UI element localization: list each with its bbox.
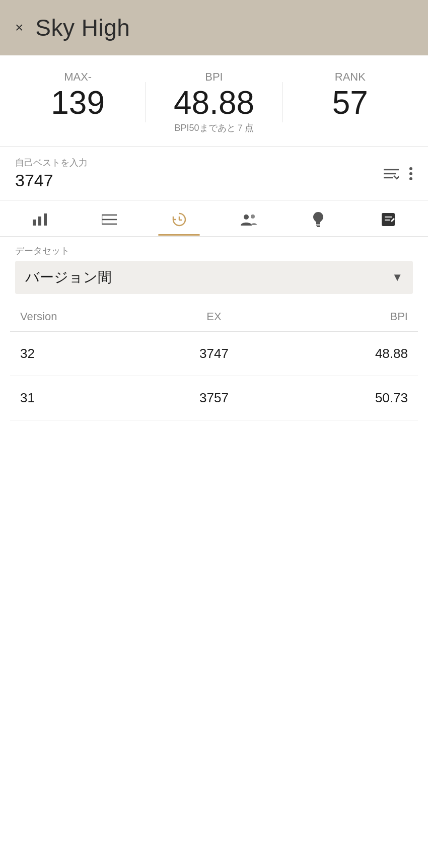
table-row: 31 3757 50.73 xyxy=(10,376,418,420)
svg-rect-6 xyxy=(33,220,36,226)
users-icon xyxy=(240,212,258,227)
dataset-selected-value: バージョン間 xyxy=(25,268,112,287)
chart-icon xyxy=(32,212,48,227)
table-header-row: Version EX BPI xyxy=(10,302,418,332)
tabs-bar xyxy=(0,201,428,237)
header-version: Version xyxy=(20,310,150,323)
dataset-label: データセット xyxy=(15,245,413,257)
svg-rect-8 xyxy=(44,213,47,226)
cell-bpi-1: 50.73 xyxy=(278,390,408,406)
svg-point-4 xyxy=(409,172,412,175)
header-ex: EX xyxy=(150,310,279,323)
header-bpi: BPI xyxy=(278,310,408,323)
page-title: Sky High xyxy=(35,14,130,41)
stats-bar: MAX- 139 BPI 48.88 BPI50まであと７点 RANK 57 xyxy=(0,55,428,147)
app-header: × Sky High xyxy=(0,0,428,55)
input-value[interactable]: 3747 xyxy=(15,171,88,190)
tab-history[interactable] xyxy=(145,201,214,236)
cell-ex-0: 3747 xyxy=(150,346,279,361)
input-left: 自己ベストを入力 3747 xyxy=(15,157,88,190)
svg-rect-7 xyxy=(38,216,41,226)
self-best-area: 自己ベストを入力 3747 xyxy=(0,147,428,201)
rank-value: 57 xyxy=(332,87,368,119)
bulb-icon xyxy=(312,211,324,228)
stat-max: MAX- 139 xyxy=(10,70,146,119)
tab-list[interactable] xyxy=(75,203,144,234)
list-icon xyxy=(102,213,117,226)
tab-tips[interactable] xyxy=(283,201,353,236)
more-options-button[interactable] xyxy=(409,167,413,181)
svg-point-3 xyxy=(409,167,412,170)
sort-filter-button[interactable] xyxy=(384,168,399,180)
tab-chart[interactable] xyxy=(5,202,75,235)
svg-point-5 xyxy=(409,177,412,180)
close-button[interactable]: × xyxy=(15,20,23,36)
table-row: 32 3747 48.88 xyxy=(10,332,418,376)
dataset-select-dropdown[interactable]: バージョン間 ▼ xyxy=(15,261,413,294)
cell-bpi-0: 48.88 xyxy=(278,346,408,361)
max-label: MAX- xyxy=(64,70,92,84)
bpi-value: 48.88 xyxy=(174,87,254,119)
cell-version-0: 32 xyxy=(20,346,150,361)
version-table: Version EX BPI 32 3747 48.88 31 3757 50.… xyxy=(0,302,428,420)
cell-ex-1: 3757 xyxy=(150,390,279,406)
tab-edit[interactable] xyxy=(353,202,423,235)
input-label: 自己ベストを入力 xyxy=(15,157,88,169)
rank-label: RANK xyxy=(335,70,366,84)
stat-rank: RANK 57 xyxy=(282,70,418,119)
history-icon xyxy=(171,211,187,228)
tab-users[interactable] xyxy=(214,202,283,235)
cell-version-1: 31 xyxy=(20,390,150,406)
bpi-sub: BPI50まであと７点 xyxy=(174,122,253,134)
dataset-section: データセット バージョン間 ▼ xyxy=(0,237,428,294)
svg-point-16 xyxy=(251,214,255,219)
edit-icon xyxy=(381,212,396,227)
stat-bpi: BPI 48.88 BPI50まであと７点 xyxy=(146,70,281,134)
svg-point-15 xyxy=(244,214,249,220)
bpi-label: BPI xyxy=(205,70,223,84)
dropdown-arrow-icon: ▼ xyxy=(392,271,403,284)
max-value: 139 xyxy=(51,87,105,119)
input-right xyxy=(384,167,413,181)
